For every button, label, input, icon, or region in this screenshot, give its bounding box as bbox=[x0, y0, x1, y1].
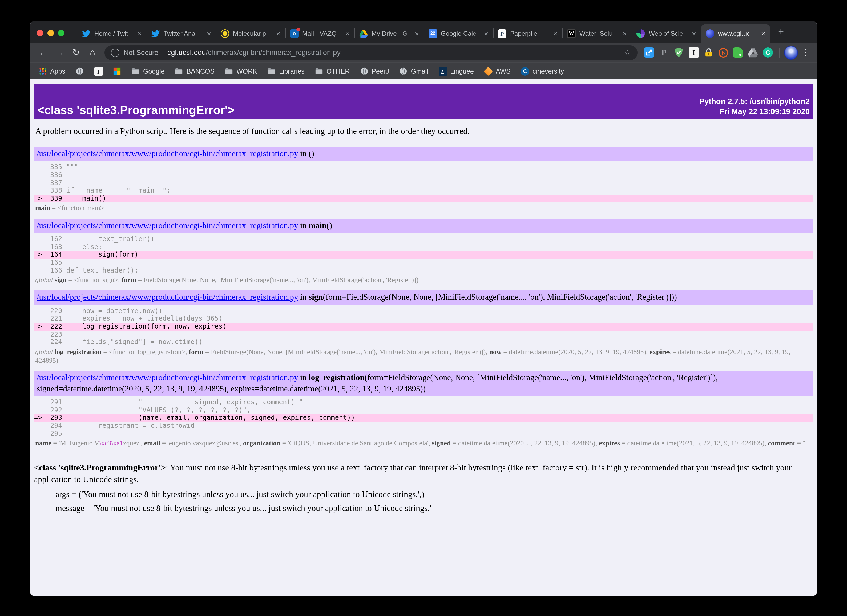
bookmark-aws[interactable]: AWS bbox=[484, 67, 511, 75]
bookmark-cineversity[interactable]: Ccineversity bbox=[521, 67, 564, 75]
tab-mail-vazq[interactable]: oMail - VAZQ× bbox=[285, 24, 354, 43]
bookmark-star-icon[interactable]: ☆ bbox=[624, 48, 631, 57]
tab-label: www.cgl.uc bbox=[718, 30, 757, 37]
cineversity-icon: C bbox=[521, 67, 529, 75]
intro-text: A problem occurred in a Python script. H… bbox=[35, 126, 813, 136]
close-window-button[interactable] bbox=[37, 30, 43, 36]
file-link[interactable]: /usr/local/projects/chimerax/www/product… bbox=[37, 149, 298, 158]
tab-close-icon[interactable]: × bbox=[137, 30, 142, 37]
bookmark-apps[interactable]: Apps bbox=[38, 67, 65, 75]
paperpile-extension-icon[interactable]: P bbox=[659, 47, 669, 58]
instapaper-extension-icon[interactable]: I bbox=[689, 47, 699, 58]
tab-paperpile[interactable]: PPaperpile× bbox=[493, 24, 562, 43]
traceback-frame: /usr/local/projects/chimerax/www/product… bbox=[34, 219, 813, 284]
code-line: 162 text_trailer() bbox=[34, 235, 813, 243]
tab-close-icon[interactable]: × bbox=[345, 30, 350, 37]
url-path: /chimerax/cgi-bin/chimerax_registration.… bbox=[206, 49, 341, 56]
bookmark-peerj[interactable]: PeerJ bbox=[360, 67, 389, 75]
tab-close-icon[interactable]: × bbox=[692, 30, 696, 37]
function-args: () bbox=[326, 220, 332, 230]
folder-icon bbox=[267, 67, 276, 75]
back-button[interactable]: ← bbox=[35, 47, 51, 58]
bookmark-google[interactable]: Google bbox=[131, 67, 165, 75]
code-line: 220 now = datetime.now() bbox=[34, 307, 813, 315]
adguard-extension-icon[interactable] bbox=[674, 47, 684, 58]
exception-message: <class 'sqlite3.ProgrammingError'>: You … bbox=[34, 462, 813, 485]
evernote-extension-icon[interactable] bbox=[733, 47, 743, 58]
tab-home-twit[interactable]: Home / Twit× bbox=[77, 24, 147, 43]
tab-close-icon[interactable]: × bbox=[484, 30, 488, 37]
lock-extension-icon[interactable] bbox=[704, 47, 714, 58]
address-divider bbox=[162, 48, 163, 57]
var-segment: sign bbox=[55, 276, 66, 284]
tab-label: Google Cale bbox=[441, 30, 480, 37]
bookmark-label: Apps bbox=[50, 68, 65, 75]
bookmark-label: WORK bbox=[236, 68, 257, 75]
file-link[interactable]: /usr/local/projects/chimerax/www/product… bbox=[37, 292, 298, 301]
code-line: 166 def text_header(): bbox=[34, 266, 813, 274]
var-segment: form bbox=[189, 348, 204, 356]
globe-icon bbox=[75, 67, 84, 75]
tab-web-of-scie[interactable]: Web of Scie× bbox=[632, 24, 701, 43]
var-segment: main bbox=[35, 204, 50, 212]
zoom-window-button[interactable] bbox=[58, 30, 65, 36]
paperpile-favicon: P bbox=[498, 29, 506, 38]
tab-close-icon[interactable]: × bbox=[415, 30, 419, 37]
menu-icon[interactable]: ⋮ bbox=[799, 47, 812, 58]
tab-my-drive-g[interactable]: My Drive - G× bbox=[354, 24, 424, 43]
reload-button[interactable]: ↻ bbox=[68, 47, 84, 58]
code-block: 291 " signed, expires, comment) " 292 "V… bbox=[34, 398, 813, 437]
bookmark-globe-icon[interactable] bbox=[75, 67, 84, 75]
frame-header: /usr/local/projects/chimerax/www/product… bbox=[34, 290, 813, 304]
var-segment: = FieldStorage(None, None, [MiniFieldSto… bbox=[136, 276, 418, 284]
grammarly-extension-icon[interactable]: G bbox=[763, 47, 773, 58]
var-segment: now bbox=[489, 348, 501, 356]
bookmark-ms-icon[interactable] bbox=[113, 67, 121, 75]
frame-variables: global sign = <function sign>, form = Fi… bbox=[35, 276, 813, 285]
var-segment: signed bbox=[432, 439, 451, 447]
tab-twitter-anal[interactable]: Twitter Anal× bbox=[147, 24, 216, 43]
bookmark-gmail[interactable]: Gmail bbox=[399, 67, 428, 75]
new-tab-button[interactable]: + bbox=[774, 25, 788, 39]
tab-close-icon[interactable]: × bbox=[207, 30, 211, 37]
bookmark-work[interactable]: WORK bbox=[225, 67, 257, 75]
minimize-window-button[interactable] bbox=[47, 30, 54, 36]
site-info-icon[interactable]: i bbox=[111, 48, 120, 57]
file-link[interactable]: /usr/local/projects/chimerax/www/product… bbox=[37, 220, 298, 230]
code-line: 223 bbox=[34, 330, 813, 338]
globe-icon bbox=[360, 67, 368, 75]
bookmark-other[interactable]: OTHER bbox=[315, 67, 350, 75]
bookmark-instapaper-icon[interactable]: I bbox=[94, 67, 103, 75]
bookmark-linguee[interactable]: LLinguee bbox=[438, 67, 474, 75]
share-extension-icon[interactable] bbox=[644, 47, 654, 58]
home-button[interactable]: ⌂ bbox=[85, 47, 100, 58]
outlook-favicon: o bbox=[290, 29, 298, 38]
exception-attr: args = ('You must not use 8-bit bytestri… bbox=[34, 489, 813, 499]
tab-close-icon[interactable]: × bbox=[553, 30, 558, 37]
bitly-extension-icon[interactable]: b bbox=[719, 48, 728, 57]
tab-close-icon[interactable]: × bbox=[761, 30, 766, 37]
desktop: Home / Twit×Twitter Anal×Molecular p×oMa… bbox=[0, 0, 847, 616]
tab-google-cale[interactable]: 22Google Cale× bbox=[424, 24, 493, 43]
bookmark-bancos[interactable]: BANCOS bbox=[175, 67, 215, 75]
forward-button[interactable]: → bbox=[52, 47, 67, 58]
tab-close-icon[interactable]: × bbox=[623, 30, 627, 37]
tab-molecular-p[interactable]: Molecular p× bbox=[216, 24, 285, 43]
error-banner: <class 'sqlite3.ProgrammingError'> Pytho… bbox=[34, 84, 813, 120]
profile-avatar[interactable] bbox=[784, 46, 798, 59]
code-line: 295 bbox=[34, 430, 813, 437]
tab-label: Home / Twit bbox=[94, 30, 134, 37]
drive-extension-icon[interactable] bbox=[748, 47, 758, 58]
tab-www-cgl-uc[interactable]: www.cgl.uc× bbox=[701, 24, 770, 43]
address-bar[interactable]: i Not Secure cgl.ucsf.edu/chimerax/cgi-b… bbox=[105, 45, 637, 60]
tab-close-icon[interactable]: × bbox=[276, 30, 280, 37]
page-content: <class 'sqlite3.ProgrammingError'> Pytho… bbox=[30, 80, 817, 596]
file-link[interactable]: /usr/local/projects/chimerax/www/product… bbox=[37, 373, 298, 382]
var-segment: global bbox=[35, 276, 53, 284]
code-line: 163 else: bbox=[34, 243, 813, 251]
var-segment: = datetime.datetime(2020, 5, 22, 13, 9, … bbox=[502, 348, 650, 356]
exception-attr: message = 'You must not use 8-bit bytest… bbox=[34, 503, 813, 513]
tab-water-solu[interactable]: WWater–Solu× bbox=[562, 24, 632, 43]
bookmark-libraries[interactable]: Libraries bbox=[267, 67, 305, 75]
bookmark-label: PeerJ bbox=[372, 68, 389, 75]
